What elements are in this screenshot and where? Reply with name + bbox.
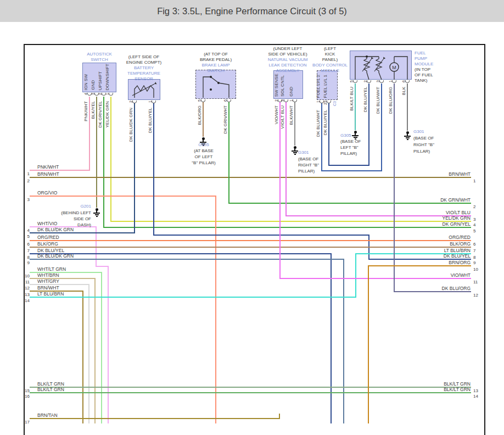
row-number-left: 7 — [22, 248, 30, 253]
wire-label-nvld: BLK/WHT — [289, 105, 294, 125]
row-number-right: 11 — [473, 280, 481, 285]
pin-autostick-number: 1 — [105, 93, 110, 95]
wire-dk_blu_dk_grn — [134, 103, 135, 233]
wire-label-brake: BLK/ORG — [197, 105, 203, 125]
wire-label-pump: BLK/LT BLU — [349, 87, 355, 111]
row-label-left: BRN/TAN — [37, 412, 58, 418]
wire-org_vio — [30, 196, 216, 197]
wire-vio_wht — [279, 278, 471, 279]
pin-pump-number: 2 — [363, 80, 368, 82]
row-label-left: BRN/WHT — [37, 285, 59, 291]
wire-blk_org2 — [203, 102, 204, 137]
wire-brn_org — [368, 265, 471, 266]
row-label-right: DK GRN/YEL — [361, 221, 471, 227]
ground-label-g305_brake: "B" PILLAR) — [182, 160, 226, 166]
wire-brn_tan — [30, 418, 280, 419]
ground-icon — [294, 154, 296, 155]
row-label-left: WHT/BRN — [37, 272, 59, 278]
row-number-left: 12 — [22, 286, 30, 291]
ground-icon — [293, 152, 297, 153]
row-label-left: BLK/LT GRN — [37, 387, 64, 392]
wire-lt_blu_brn — [30, 297, 356, 298]
wire-dk_blu_wht — [381, 83, 382, 171]
wire-label-pump: BLK — [401, 87, 407, 95]
pin-nvld-number: 2 — [274, 99, 279, 102]
row-label-right: BLK/ORG — [361, 241, 471, 247]
wire-label-bcm: DK BLU/WHT — [316, 110, 321, 137]
pin-autostick-number: 2 — [98, 93, 103, 95]
pin-autostick-number: 3 — [91, 93, 96, 95]
wire-dk_grn_wht — [228, 102, 229, 204]
row-label-right: DK GRN/WHT — [361, 197, 471, 203]
pin-nvld-number: 1 — [289, 99, 294, 102]
pin-pump-number: 3 — [376, 80, 381, 82]
wire-dk_grn_yel — [103, 227, 471, 228]
label-fuel-pump-location: (IN TOP — [415, 67, 430, 72]
row-label-left: BLK/LT GRN — [37, 381, 64, 387]
row-number-right: 8 — [473, 255, 481, 260]
row-number-left: 15 — [22, 388, 30, 393]
row-number-right: 10 — [473, 267, 481, 272]
wire-label-pump: DK BLU/YEL — [363, 87, 368, 112]
row-label-right: BLK/LT GRN — [361, 381, 471, 387]
label-fuel-pump-module: FUEL — [415, 51, 425, 56]
wire-label-nvld: VIO/WHT — [274, 105, 279, 124]
fuel-pump-internals-icon: M — [350, 51, 412, 80]
ground-icon — [406, 137, 410, 138]
wire-pnk_wht — [89, 97, 90, 171]
wire-dk_blu_yel — [368, 83, 369, 166]
row-number-left: 8 — [22, 255, 30, 260]
row-label-right: DK BLU/ORG — [361, 286, 471, 291]
ground-label-g301_pump: PILLAR) — [413, 149, 430, 154]
wire-dk_blu_yel — [328, 165, 369, 166]
wire-dk_blu_yel — [328, 103, 329, 166]
ground-label-g305_brake: (AT BASE — [182, 148, 226, 154]
label-brake-switch-location: BRAKE PEDAL) — [177, 57, 254, 63]
wire-blk_lt_blu — [355, 83, 356, 130]
row-number-right: 5 — [473, 228, 481, 233]
row-number-right: 4 — [473, 222, 481, 227]
row-label-right: BRN/WHT — [361, 171, 471, 177]
wire-org_vio — [215, 196, 216, 423]
ground-id-g305_brake: G305 — [182, 142, 226, 148]
wire-dk_blu_yel — [153, 103, 154, 236]
row-label-right: BRN/ORG — [361, 260, 471, 265]
row-number-right: 9 — [473, 260, 481, 265]
row-number-left: 11 — [22, 280, 30, 285]
pin-nvld-number: 3 — [280, 99, 285, 102]
row-number-left: 1 — [22, 171, 30, 176]
pin-label-bcm: FUEL LVL 1 — [323, 75, 328, 98]
wire-dk_grn_yel — [103, 97, 104, 228]
ground-label-g305_brake: OF LEFT — [182, 154, 226, 160]
wire-label-bts: DK BLU/YEL — [148, 108, 153, 133]
connector-c3-label: C3 — [332, 101, 338, 106]
pin-pump-number: 1 — [388, 80, 394, 82]
row-label-left: DK BLU/DK GRN — [37, 227, 74, 232]
wiring-diagram-page: Fig 3: 3.5L, Engine Performance Circuit … — [0, 0, 504, 435]
ground-icon — [354, 137, 357, 138]
pin-label-autostick: UPSHIFT — [98, 71, 103, 90]
row-number-left: 9 — [22, 260, 30, 265]
row-number-left: 5 — [22, 234, 30, 239]
row-number-right: 2 — [473, 204, 481, 209]
wire-lt_blu_brn — [355, 253, 356, 298]
row-label-right: ORG/RED — [361, 235, 471, 240]
wire-dk_blu_wht — [321, 103, 322, 171]
row-number-left: 13 — [22, 292, 30, 297]
row-label-right: BLK/LT GRN — [361, 387, 471, 392]
wire-label-autostick: PNK/WHT — [83, 101, 89, 121]
ground-label-g301_pump: RIGHT "B" — [413, 142, 434, 148]
wire-dk_blu_yel — [153, 235, 369, 236]
wire-blk — [407, 83, 408, 131]
pin-label-nvld: SOL CNTL — [280, 75, 285, 97]
row-number-right: 6 — [473, 242, 481, 247]
ground-id-g201: G201 — [42, 204, 91, 209]
wire-yel_dk_grn — [110, 97, 111, 222]
row-label-right: LT BLU/BRN — [361, 248, 471, 253]
ground-icon — [404, 136, 411, 137]
wire-label-bcm: DK BLU/YEL — [323, 110, 328, 135]
pin-brake-number: 6 — [223, 99, 228, 102]
wire-brn_tan — [279, 414, 280, 419]
wire-label-autostick: BLK/YEL — [91, 101, 96, 119]
pin-label-nvld: GND — [289, 87, 294, 97]
